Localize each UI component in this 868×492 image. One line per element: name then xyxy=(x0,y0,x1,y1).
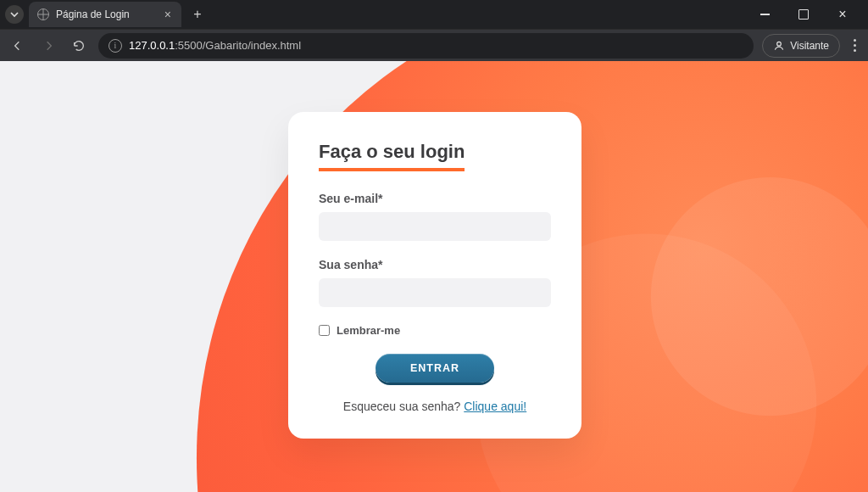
url-text: 127.0.0.1:5500/Gabarito/index.html xyxy=(129,39,301,52)
password-input[interactable] xyxy=(319,278,551,307)
forgot-password-link[interactable]: Clique aqui! xyxy=(464,400,526,413)
forgot-password-row: Esqueceu sua senha? Clique aqui! xyxy=(319,400,551,413)
nav-back-button[interactable] xyxy=(7,35,29,57)
password-label: Sua senha* xyxy=(319,258,551,271)
email-input[interactable] xyxy=(319,212,551,241)
email-field-block: Seu e-mail* xyxy=(319,192,551,241)
password-field-block: Sua senha* xyxy=(319,258,551,307)
globe-icon xyxy=(37,8,49,20)
url-host: 127.0.0.1 xyxy=(129,39,175,52)
browser-chrome: Página de Login × + × i 127.0.0.1:5500/G… xyxy=(0,0,868,61)
forgot-password-text: Esqueceu sua senha? xyxy=(343,400,464,413)
window-minimize-button[interactable] xyxy=(753,3,776,26)
submit-button[interactable]: ENTRAR xyxy=(376,354,494,383)
tab-strip: Página de Login × + × xyxy=(0,0,868,29)
new-tab-button[interactable]: + xyxy=(186,3,209,25)
guest-profile-button[interactable]: Visitante xyxy=(762,34,840,58)
nav-forward-button[interactable] xyxy=(37,35,59,57)
tab-title: Página de Login xyxy=(56,8,156,20)
remember-me-row[interactable]: Lembrar-me xyxy=(319,324,551,337)
window-maximize-button[interactable] xyxy=(792,3,815,26)
user-icon xyxy=(773,40,785,52)
login-card: Faça o seu login Seu e-mail* Sua senha* … xyxy=(288,112,581,439)
email-label: Seu e-mail* xyxy=(319,192,551,205)
site-info-icon[interactable]: i xyxy=(108,39,122,53)
nav-reload-button[interactable] xyxy=(68,35,90,57)
url-path: :5500/Gabarito/index.html xyxy=(175,39,301,52)
remember-me-label: Lembrar-me xyxy=(337,324,400,337)
close-tab-icon[interactable]: × xyxy=(163,8,173,21)
address-bar[interactable]: i 127.0.0.1:5500/Gabarito/index.html xyxy=(98,33,754,59)
browser-menu-button[interactable] xyxy=(849,39,861,52)
tab-list-dropdown[interactable] xyxy=(5,5,24,24)
login-heading: Faça o seu login xyxy=(319,141,465,171)
svg-point-0 xyxy=(777,42,782,46)
remember-me-checkbox[interactable] xyxy=(319,325,330,336)
page-viewport: Faça o seu login Seu e-mail* Sua senha* … xyxy=(0,61,868,492)
window-controls: × xyxy=(753,3,863,26)
window-close-button[interactable]: × xyxy=(831,3,854,26)
browser-toolbar: i 127.0.0.1:5500/Gabarito/index.html Vis… xyxy=(0,29,868,61)
guest-label: Visitante xyxy=(790,40,829,52)
browser-tab[interactable]: Página de Login × xyxy=(29,2,181,27)
